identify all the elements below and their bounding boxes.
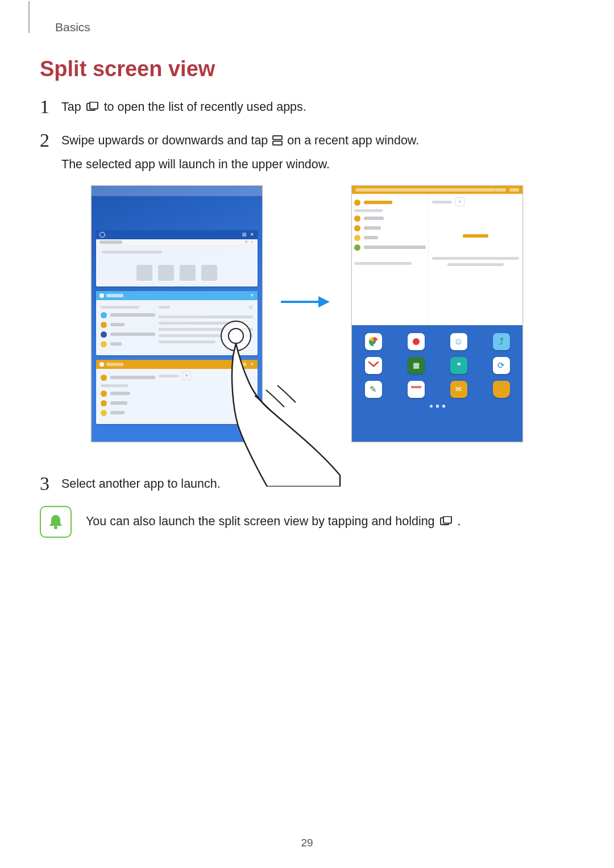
split-view-icon: ▤: [242, 232, 247, 237]
screenshot-recents: ▤✕ ✕ ＋ ✕: [91, 185, 263, 442]
step-3-text: Select another app to launch.: [61, 477, 221, 491]
close-icon: ✕: [250, 293, 254, 298]
step-2-pre: Swipe upwards or downwards and tap: [61, 134, 271, 147]
svg-marker-7: [318, 296, 330, 308]
svg-rect-1: [90, 102, 98, 109]
svg-rect-3: [273, 142, 282, 146]
close-icon: ✕: [250, 232, 254, 237]
recents-icon: [86, 99, 99, 118]
app-chrome-icon: [365, 333, 382, 350]
app-smile-icon: ☺: [450, 333, 467, 350]
close-icon: ✕: [250, 362, 254, 367]
app-gmail-icon: [365, 357, 382, 374]
svg-rect-12: [411, 386, 421, 388]
tip-bell-icon: [40, 506, 72, 538]
app-tool-icon: ✎: [365, 381, 382, 398]
step-body: Tap to open the list of recently used ap…: [61, 95, 306, 118]
page-number: 29: [0, 837, 614, 849]
app-sheets-icon: ▦: [408, 357, 425, 374]
app-quote-icon: ❝: [450, 357, 467, 374]
step-number: 1: [40, 95, 61, 118]
step-number: 3: [40, 472, 61, 495]
app-mail-icon: ✉: [450, 381, 467, 398]
step-number: 2: [40, 129, 61, 151]
step-3: 3 Select another app to launch.: [40, 472, 574, 495]
app-leaf-icon: ⤴: [493, 333, 510, 350]
app-folder-icon: [493, 381, 510, 398]
split-view-icon: [272, 132, 283, 151]
app-recorder-icon: [408, 333, 425, 350]
manual-page: Basics Split screen view 1 Tap to open t…: [0, 0, 614, 868]
figure: ▤✕ ✕ ＋ ✕: [40, 185, 574, 458]
step-2-post: on a recent app window.: [287, 134, 419, 147]
step-1-pre: Tap: [61, 100, 85, 114]
section-name: Basics: [55, 20, 90, 34]
split-view-icon: ▤: [242, 362, 247, 367]
arrow-right-icon: [279, 293, 330, 310]
app-globe-icon: ⟳: [493, 357, 510, 374]
page-title: Split screen view: [40, 57, 574, 81]
section-header: Basics: [28, 0, 90, 34]
page-indicator: [352, 405, 522, 408]
tip-text: You can also launch the split screen vie…: [86, 514, 461, 530]
step-body: Select another app to launch.: [61, 472, 221, 493]
step-1-post: to open the list of recently used apps.: [104, 100, 306, 114]
svg-rect-15: [443, 516, 451, 523]
svg-rect-2: [273, 136, 282, 140]
header-divider: [28, 1, 30, 33]
step-2-line2: The selected app will launch in the uppe…: [61, 157, 330, 171]
svg-point-13: [54, 526, 57, 529]
tip-post: .: [458, 514, 461, 528]
step-1: 1 Tap to open the list of recently used …: [40, 95, 574, 118]
app-calendar-icon: [408, 381, 425, 398]
step-body: Swipe upwards or downwards and tap on a …: [61, 129, 419, 174]
recents-icon: [439, 516, 453, 530]
screenshot-split-result: +: [351, 185, 523, 442]
tip-note: You can also launch the split screen vie…: [40, 506, 574, 538]
tip-pre: You can also launch the split screen vie…: [86, 514, 438, 528]
step-2: 2 Swipe upwards or downwards and tap on …: [40, 129, 574, 174]
